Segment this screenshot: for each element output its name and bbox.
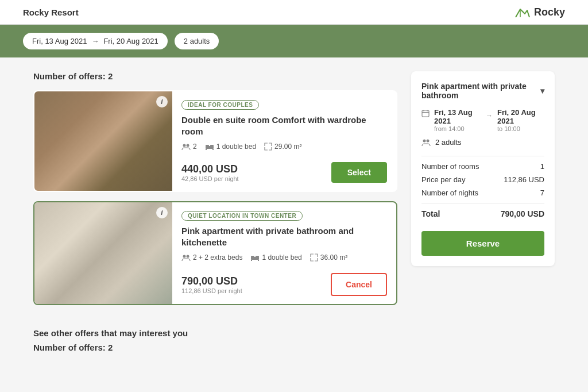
area-label-1: 29.00 m² [274, 143, 301, 151]
offer-badge-2: QUIET LOCATION IN TOWN CENTER [181, 211, 303, 221]
date-range-pill[interactable]: Fri, 13 Aug 2021 → Fri, 20 Aug 2021 [23, 33, 168, 49]
num-nights-label: Number of nights [421, 189, 478, 197]
panel-divider-1 [421, 156, 544, 156]
svg-point-8 [187, 255, 189, 258]
offer-details-2: QUIET LOCATION IN TOWN CENTER Pink apart… [172, 202, 396, 304]
panel-row-price-day: Price per day 112,86 USD [421, 175, 544, 184]
svg-point-0 [183, 144, 186, 147]
offer-details-1: IDEAL FOR COUPLES Double en suite room C… [172, 91, 396, 191]
bed-amenity-1: 1 double bed [205, 143, 256, 151]
offer-footer-2: 790,00 USD 112,86 USD per night Cancel [181, 273, 387, 296]
price-block-2: 790,00 USD 112,86 USD per night [181, 275, 242, 294]
offer-image-2: i [34, 202, 172, 304]
checkout-date: Fri, 20 Aug 2021 [103, 37, 158, 45]
info-icon-1[interactable]: i [156, 96, 168, 107]
offers-section: Number of offers: 2 i IDEAL FOR COUPLES … [33, 71, 397, 314]
bed-amenity-2: 1 double bed [250, 253, 301, 262]
capacity-label-2: 2 + 2 extra beds [193, 253, 242, 262]
bottom-heading: See other offers that may interest you [33, 328, 555, 338]
offer-title-1: Double en suite room Comfort with wardro… [181, 114, 387, 137]
offer-amenities-2: 2 + 2 extra beds 1 double bed [181, 253, 387, 262]
svg-rect-10 [251, 256, 254, 258]
num-nights-value: 7 [540, 189, 544, 197]
booking-panel: Pink apartment with private bathroom ▾ F… [411, 71, 555, 266]
offer-card-2: i QUIET LOCATION IN TOWN CENTER Pink apa… [33, 201, 397, 305]
price-per-day-label: Price per day [421, 175, 466, 184]
main-content: Number of offers: 2 i IDEAL FOR COUPLES … [24, 71, 564, 314]
area-label-2: 36.00 m² [320, 253, 347, 262]
site-name: Rocky Resort [23, 7, 79, 17]
bedroom-image [34, 91, 172, 191]
panel-divider-2 [421, 203, 544, 203]
logo-brand-text: Rocky [534, 6, 565, 18]
offer-footer-1: 440,00 USD 42,86 USD per night Select [181, 162, 387, 183]
checkout-entry: Fri, 20 Aug 2021 to 10:00 [497, 108, 544, 132]
offer-badge-1: IDEAL FOR COUPLES [181, 100, 259, 110]
area-amenity-1: 29.00 m² [264, 143, 301, 151]
svg-rect-5 [206, 149, 207, 150]
panel-title-text: Pink apartment with private bathroom [421, 82, 540, 100]
bed-icon [205, 143, 214, 150]
total-value: 790,00 USD [501, 209, 544, 218]
checkout-date-panel: Fri, 20 Aug 2021 [497, 108, 544, 125]
filter-bar: Fri, 13 Aug 2021 → Fri, 20 Aug 2021 2 ad… [0, 25, 588, 57]
panel-title: Pink apartment with private bathroom ▾ [421, 82, 544, 100]
panel-dropdown-icon[interactable]: ▾ [540, 86, 544, 95]
price-block-1: 440,00 USD 42,86 USD per night [181, 163, 239, 182]
offer-amenities-1: 2 1 double bed [181, 143, 387, 151]
checkin-entry: Fri, 13 Aug 2021 from 14:00 [434, 108, 481, 132]
guests-icon [181, 143, 191, 150]
panel-guests-label: 2 adults [435, 138, 462, 147]
price-main-1: 440,00 USD [181, 163, 239, 175]
checkin-date: Fri, 13 Aug 2021 [32, 37, 87, 45]
cancel-button-2[interactable]: Cancel [331, 273, 387, 296]
panel-row-total: Total 790,00 USD [421, 209, 544, 218]
capacity-amenity-2: 2 + 2 extra beds [181, 253, 242, 262]
top-bar: Rocky Resort Rocky [0, 0, 588, 25]
price-main-2: 790,00 USD [181, 275, 242, 287]
checkin-date-panel: Fri, 13 Aug 2021 [434, 108, 481, 125]
svg-rect-3 [206, 145, 209, 147]
bed-label-1: 1 double bed [216, 143, 256, 151]
checkin-time-panel: from 14:00 [434, 125, 481, 132]
info-icon-2[interactable]: i [156, 207, 168, 218]
guests-label: 2 adults [184, 37, 210, 45]
area-amenity-2: 36.00 m² [310, 253, 347, 262]
panel-guests: 2 adults [421, 138, 544, 147]
svg-rect-12 [251, 260, 252, 261]
date-arrow-icon: → [91, 37, 99, 45]
svg-point-19 [427, 140, 430, 143]
reserve-button[interactable]: Reserve [421, 231, 544, 256]
capacity-label-1: 2 [193, 143, 197, 151]
guests-icon-2 [181, 254, 191, 261]
offer-image-1: i [34, 91, 172, 191]
svg-rect-14 [422, 110, 429, 117]
price-night-1: 42,86 USD per night [181, 175, 239, 182]
price-night-2: 112,86 USD per night [181, 287, 242, 294]
total-label: Total [421, 209, 440, 218]
panel-row-rooms: Number of rooms 1 [421, 162, 544, 171]
bed-icon-2 [250, 254, 260, 261]
area-icon-2 [310, 253, 318, 262]
select-button-1[interactable]: Select [331, 162, 387, 183]
apartment-image [34, 202, 172, 304]
calendar-icon [421, 109, 430, 117]
panel-dates: Fri, 13 Aug 2021 from 14:00 → Fri, 20 Au… [421, 108, 544, 132]
bottom-count: Number of offers: 2 [33, 343, 555, 352]
svg-point-7 [183, 255, 186, 258]
area-icon [264, 143, 272, 151]
checkout-time-panel: to 10:00 [497, 125, 544, 132]
bed-label-2: 1 double bed [262, 253, 301, 262]
svg-rect-6 [212, 149, 214, 150]
capacity-amenity-1: 2 [181, 143, 197, 151]
num-rooms-label: Number of rooms [421, 162, 479, 171]
svg-rect-4 [210, 145, 214, 147]
guests-pill[interactable]: 2 adults [175, 33, 219, 49]
svg-point-1 [187, 144, 189, 147]
panel-arrow-icon: → [486, 112, 493, 120]
offers-heading: Number of offers: 2 [33, 71, 397, 81]
svg-rect-13 [258, 260, 259, 261]
bottom-section: See other offers that may interest you N… [24, 328, 564, 352]
rocky-logo-icon [514, 6, 531, 18]
panel-row-nights: Number of nights 7 [421, 189, 544, 197]
